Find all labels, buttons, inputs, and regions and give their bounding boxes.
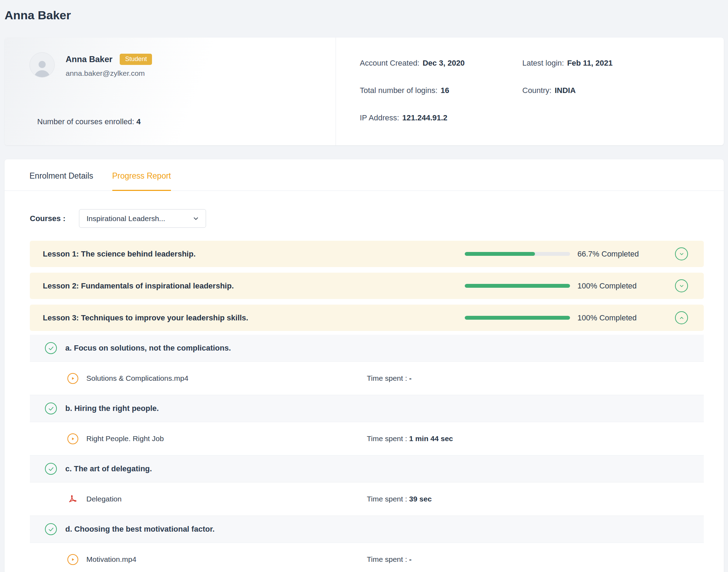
- progress-fill: [465, 316, 570, 320]
- progress-card: Enrolment Details Progress Report Course…: [5, 159, 724, 572]
- profile-card: Anna Baker Student anna.baker@zylker.com…: [5, 38, 724, 145]
- stat-latest-login: Latest login:Feb 11, 2021: [522, 59, 724, 68]
- lessons-list: Lesson 1: The science behind leadership.…: [5, 241, 724, 572]
- chevron-down-icon: [192, 215, 199, 222]
- time-spent-value: -: [409, 555, 412, 563]
- stat-total-logins: Total number of logins:16: [360, 86, 522, 95]
- person-icon: [32, 57, 52, 77]
- time-spent-value: -: [409, 374, 412, 382]
- time-spent-label: Time spent :: [367, 495, 409, 503]
- courses-dropdown-value: Inspirational Leadersh...: [86, 214, 165, 223]
- section-row-a: a. Focus on solutions, not the complicat…: [30, 335, 704, 362]
- progress-bar: [465, 284, 570, 288]
- chevron-down-icon: [679, 251, 684, 257]
- student-badge: Student: [120, 54, 152, 65]
- lesson-row-1[interactable]: Lesson 1: The science behind leadership.…: [30, 241, 704, 267]
- progress-bar: [465, 316, 570, 320]
- stat-account-created: Account Created:Dec 3, 2020: [360, 59, 522, 68]
- progress-label: 66.7% Completed: [577, 250, 675, 259]
- courses-dropdown[interactable]: Inspirational Leadersh...: [79, 209, 206, 228]
- play-icon: [67, 433, 78, 444]
- file-row: Right People. Right Job Time spent : 1 m…: [30, 422, 704, 455]
- stat-value: INDIA: [555, 86, 576, 95]
- time-spent: Time spent : -: [367, 374, 412, 383]
- time-spent-value: 1 min 44 sec: [409, 434, 453, 443]
- tabbar: Enrolment Details Progress Report: [5, 159, 724, 191]
- lesson-row-3[interactable]: Lesson 3: Techniques to improve your lea…: [30, 305, 704, 331]
- pdf-icon: [67, 494, 78, 504]
- expand-lesson-button[interactable]: [675, 279, 688, 292]
- progress-label: 100% Completed: [577, 313, 675, 322]
- courses-enrolled-label: Number of courses enrolled:: [37, 117, 134, 126]
- courses-label: Courses :: [30, 214, 65, 223]
- file-row: Delegation Time spent : 39 sec: [30, 483, 704, 516]
- tab-progress-report[interactable]: Progress Report: [112, 159, 171, 191]
- lesson-row-2[interactable]: Lesson 2: Fundamentals of inspirational …: [30, 273, 704, 299]
- stat-value: Dec 3, 2020: [423, 59, 465, 67]
- check-circle-icon: [45, 463, 57, 475]
- time-spent-label: Time spent :: [367, 434, 409, 443]
- account-stats: Account Created:Dec 3, 2020 Latest login…: [336, 38, 724, 145]
- stat-value: Feb 11, 2021: [567, 59, 613, 67]
- check-circle-icon: [45, 523, 57, 535]
- section-title: d. Choosing the best motivational factor…: [65, 525, 214, 534]
- chevron-up-icon: [679, 315, 684, 321]
- courses-enrolled-value: 4: [136, 117, 140, 126]
- file-name: Motivation.mp4: [86, 555, 136, 564]
- file-name: Delegation: [86, 495, 121, 503]
- stat-value: 16: [441, 86, 449, 95]
- stat-label: Total number of logins:: [360, 86, 437, 95]
- stat-ip-address: IP Address:121.244.91.2: [360, 113, 522, 122]
- file-name: Right People. Right Job: [86, 434, 164, 443]
- tab-enrolment-details[interactable]: Enrolment Details: [29, 159, 93, 191]
- progress-bar: [465, 252, 570, 256]
- play-icon: [67, 554, 78, 565]
- time-spent: Time spent : 39 sec: [367, 495, 432, 503]
- lesson-title: Lesson 1: The science behind leadership.: [43, 250, 196, 259]
- profile-name: Anna Baker: [66, 54, 112, 64]
- section-title: a. Focus on solutions, not the complicat…: [65, 344, 231, 353]
- section-title: b. Hiring the right people.: [65, 404, 159, 413]
- collapse-lesson-button[interactable]: [675, 311, 688, 324]
- section-row-b: b. Hiring the right people.: [30, 395, 704, 422]
- chevron-down-icon: [679, 283, 684, 289]
- section-row-d: d. Choosing the best motivational factor…: [30, 516, 704, 543]
- stat-value: 121.244.91.2: [402, 113, 447, 122]
- lesson-title: Lesson 3: Techniques to improve your lea…: [43, 313, 248, 322]
- stat-label: Country:: [522, 86, 551, 95]
- page: Anna Baker Anna Baker Student anna.baker…: [0, 0, 728, 572]
- section-row-c: c. The art of delegating.: [30, 455, 704, 483]
- time-spent-label: Time spent :: [367, 555, 409, 563]
- stat-label: Account Created:: [360, 59, 419, 67]
- file-name: Solutions & Complications.mp4: [86, 374, 188, 383]
- stat-label: IP Address:: [360, 113, 399, 122]
- check-circle-icon: [45, 342, 57, 354]
- profile-email: anna.baker@zylker.com: [66, 69, 152, 78]
- play-icon: [67, 373, 78, 384]
- section-title: c. The art of delegating.: [65, 464, 152, 473]
- profile-summary: Anna Baker Student anna.baker@zylker.com…: [5, 38, 336, 145]
- courses-enrolled: Number of courses enrolled: 4: [5, 117, 336, 145]
- avatar: [29, 52, 55, 78]
- progress-fill: [465, 284, 570, 288]
- time-spent: Time spent : -: [367, 555, 412, 564]
- progress-fill: [465, 252, 535, 256]
- lesson-title: Lesson 2: Fundamentals of inspirational …: [43, 281, 234, 291]
- page-title: Anna Baker: [5, 0, 724, 22]
- time-spent-value: 39 sec: [409, 495, 432, 503]
- stat-label: Latest login:: [522, 59, 564, 67]
- stat-country: Country:INDIA: [522, 86, 724, 95]
- check-circle-icon: [45, 403, 57, 414]
- time-spent: Time spent : 1 min 44 sec: [367, 434, 453, 443]
- progress-label: 100% Completed: [577, 281, 675, 291]
- time-spent-label: Time spent :: [367, 374, 409, 382]
- courses-row: Courses : Inspirational Leadersh...: [5, 191, 724, 228]
- file-row: Motivation.mp4 Time spent : -: [30, 543, 704, 572]
- file-row: Solutions & Complications.mp4 Time spent…: [30, 362, 704, 395]
- expand-lesson-button[interactable]: [675, 247, 688, 260]
